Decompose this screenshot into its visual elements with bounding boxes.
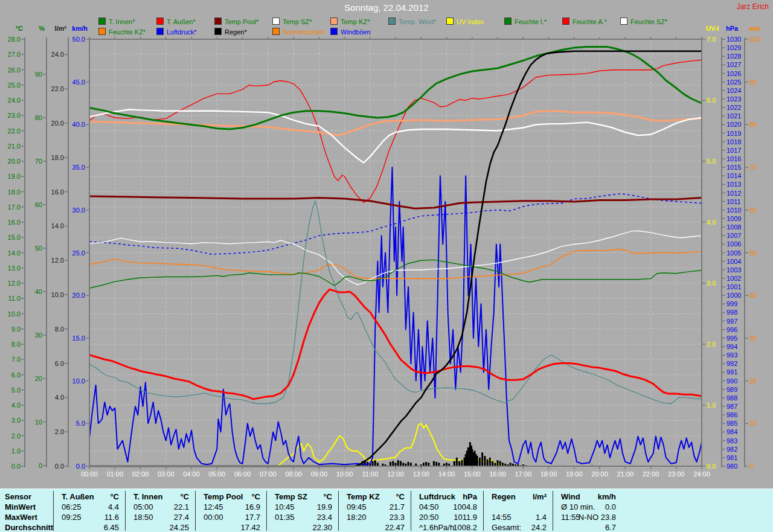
table-separator — [338, 491, 339, 531]
axis-tick-label-minutes: 80 — [749, 121, 773, 128]
chart-plot-area[interactable] — [0, 0, 773, 488]
x-axis-label: 00:00 — [76, 470, 103, 478]
table-avg-value: 6.45 — [62, 523, 119, 532]
axis-tick-label-hpa: 981 — [726, 454, 751, 461]
table-avg-value: 24.25 — [133, 523, 189, 532]
x-axis-label: 15:00 — [459, 470, 486, 478]
axis-tick-label-temp: 25.0 — [0, 82, 21, 89]
axis-tick-label-kmh: 15.0 — [59, 335, 85, 342]
axis-tick-label-pct: 10 — [16, 418, 42, 426]
axis-tick-label-hpa: 1009 — [726, 215, 751, 222]
axis-tick-label-hpa: 983 — [726, 437, 751, 444]
axis-tick-label-temp: 13.0 — [0, 264, 21, 272]
axis-tick-label-minutes: 90 — [749, 79, 773, 86]
axis-tick-label-hpa: 1016 — [726, 155, 751, 162]
axis-tick-label-hpa: 1013 — [726, 181, 751, 188]
axis-tick-label-lm2: 8.0 — [38, 325, 64, 333]
axis-tick-label-lm2: 12.0 — [38, 257, 64, 264]
axis-tick-label-hpa: 990 — [726, 377, 751, 385]
rain-bar — [476, 456, 478, 466]
x-axis-label: 23:00 — [663, 470, 690, 478]
rain-bar — [456, 458, 458, 466]
axis-tick-label-kmh: 50.0 — [59, 36, 85, 43]
rain-bar — [433, 461, 435, 467]
rain-bar — [489, 458, 491, 466]
x-axis-label: 18:00 — [536, 470, 562, 478]
axis-tick-label-temp: 24.0 — [0, 97, 21, 104]
axis-tick-label-lm2: 2.0 — [38, 428, 64, 435]
axis-tick-label-hpa: 1023 — [726, 95, 751, 103]
axis-tick-label-hpa: 994 — [726, 343, 751, 350]
axis-tick-label-hpa: 1018 — [726, 138, 751, 146]
axis-tick-label-hpa: 992 — [726, 360, 751, 367]
rain-bar — [372, 461, 374, 467]
axis-tick-label-hpa: 987 — [726, 403, 751, 410]
table-separator — [53, 491, 54, 531]
rain-bar — [408, 462, 409, 466]
x-axis-label: 04:00 — [178, 470, 205, 478]
axis-tick-label-hpa: 1019 — [726, 130, 751, 137]
axis-tick-label-hpa: 1026 — [726, 70, 751, 77]
table-max-value: 27.4 — [133, 513, 189, 522]
axis-tick-label-pct: 30 — [16, 332, 42, 339]
axis-title-kmh: km/h — [62, 25, 88, 32]
axis-tick-label-temp: 16.0 — [0, 219, 21, 226]
table-separator — [483, 491, 484, 531]
table-min-value: 16.9 — [204, 502, 260, 512]
axis-tick-label-minutes: 50 — [749, 249, 773, 257]
axis-tick-label-hpa: 1006 — [726, 240, 751, 248]
axis-tick-label-hpa: 1027 — [726, 61, 751, 68]
axis-tick-label-lm2: 22.0 — [38, 85, 64, 92]
rain-bar — [481, 452, 483, 466]
axis-tick-label-hpa: 1007 — [726, 232, 751, 239]
axis-tick-label-hpa: 993 — [726, 351, 751, 359]
axis-tick-label-temp: 28.0 — [0, 36, 21, 43]
axis-tick-label-kmh: 30.0 — [59, 207, 85, 214]
axis-tick-label-temp: 8.0 — [0, 341, 21, 348]
table-max-value: 11.6 — [62, 513, 119, 522]
rain-bar — [392, 461, 394, 467]
axis-tick-label-kmh: 35.0 — [59, 164, 85, 171]
table-avg-value: 22.47 — [347, 523, 405, 532]
x-axis-label: 02:00 — [127, 470, 154, 478]
axis-tick-label-hpa: 1001 — [726, 283, 751, 290]
x-axis-label: 05:00 — [204, 470, 230, 478]
x-axis-label: 22:00 — [638, 470, 664, 478]
rain-bar — [479, 458, 481, 466]
x-axis-label: 24:00 — [688, 470, 715, 478]
axis-tick-label-minutes: 30 — [749, 335, 773, 342]
table-separator — [125, 491, 126, 531]
axis-tick-label-hpa: 1005 — [726, 249, 751, 257]
table-max-value: 17.7 — [204, 513, 260, 522]
axis-tick-label-temp: 12.0 — [0, 280, 21, 287]
table-avg-value: 17.42 — [204, 523, 260, 532]
table-max-value: 1.4 — [492, 513, 547, 522]
table-row-label: Sensor — [5, 492, 52, 502]
axis-tick-label-temp: 7.0 — [0, 356, 21, 363]
axis-tick-label-temp: 5.0 — [0, 386, 21, 394]
table-row-label: Durchschnitt — [5, 523, 52, 532]
rain-bar — [425, 462, 427, 466]
axis-tick-label-temp: 11.0 — [0, 295, 21, 302]
axis-tick-label-kmh: 5.0 — [59, 420, 85, 427]
rain-bar — [499, 461, 501, 467]
axis-tick-label-minutes: 10 — [749, 420, 773, 427]
x-axis-label: 16:00 — [484, 470, 511, 478]
axis-tick-label-hpa: 984 — [726, 428, 751, 435]
table-min-value: 21.7 — [347, 502, 405, 512]
x-axis-label: 21:00 — [612, 470, 638, 478]
table-sensor-unit: °C — [204, 492, 260, 502]
x-axis-label: 01:00 — [101, 470, 128, 478]
table-min-value: 22.1 — [133, 502, 189, 512]
axis-tick-label-lm2: 4.0 — [38, 394, 64, 401]
axis-tick-label-hpa: 1008 — [726, 223, 751, 231]
rain-bar — [454, 461, 455, 467]
axis-tick-label-hpa: 991 — [726, 368, 751, 376]
axis-tick-label-lm2: 16.0 — [38, 188, 64, 196]
axis-tick-label-temp: 2.0 — [0, 432, 21, 440]
axis-tick-label-temp: 4.0 — [0, 402, 21, 409]
table-avg-value: 6.7 — [561, 523, 616, 532]
axis-tick-label-hpa: 998 — [726, 309, 751, 316]
axis-tick-label-hpa: 995 — [726, 335, 751, 342]
x-axis-label: 07:00 — [255, 470, 281, 478]
